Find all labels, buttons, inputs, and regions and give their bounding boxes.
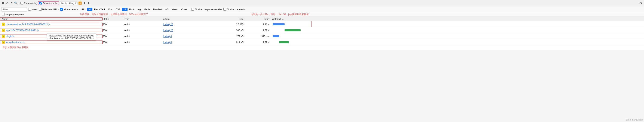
cell-status-1: 200 bbox=[103, 29, 124, 32]
settings-icon[interactable]: ⚙ bbox=[638, 1, 643, 5]
file-name-1[interactable]: app.2d5c730598e6095b8821.js bbox=[6, 29, 39, 32]
cell-time-0: 1.11 s bbox=[246, 23, 272, 26]
clear-log-icon[interactable]: ⊘ bbox=[6, 1, 9, 5]
third-party-checkbox[interactable] bbox=[2, 13, 4, 16]
header-status[interactable]: Status bbox=[103, 18, 124, 20]
cell-initiator-1[interactable]: (index):23 bbox=[162, 29, 212, 32]
file-name-3[interactable]: luckysheet.umd.js bbox=[6, 41, 24, 44]
cell-status-3: 200 bbox=[103, 41, 124, 44]
cell-initiator-3[interactable]: (index):6 bbox=[162, 41, 212, 44]
cell-size-3: 614 kB bbox=[212, 41, 246, 44]
table-header: Name Status Type Initiator Size Time Wat… bbox=[0, 17, 644, 21]
cell-waterfall-2 bbox=[272, 33, 644, 39]
cell-time-3: 1.22 s bbox=[246, 41, 272, 44]
type-btn-other[interactable]: Other bbox=[180, 8, 188, 11]
cell-waterfall-0 bbox=[272, 21, 644, 27]
header-type[interactable]: Type bbox=[124, 18, 162, 20]
type-buttons: All Fetch/XHR Doc CSS JS Font Img Media … bbox=[87, 8, 188, 11]
throttle-arrow-icon: ▾ bbox=[75, 2, 76, 4]
type-btn-fetch[interactable]: Fetch/XHR bbox=[93, 8, 106, 11]
hide-data-urls-checkbox[interactable] bbox=[39, 8, 42, 11]
upload-icon[interactable]: ⬆ bbox=[82, 1, 86, 5]
table-row[interactable]: JS plugin.js 200 script (index):6 177 kB… bbox=[0, 33, 644, 39]
filter-icon[interactable]: ⚑ bbox=[10, 1, 13, 5]
js-file-icon: JS bbox=[2, 23, 5, 26]
hide-data-urls-checkbox-label[interactable]: Hide data URLs bbox=[39, 8, 59, 11]
cell-name-0: JS chunk-vendors.2d5c730598e6095b8821.js bbox=[0, 23, 103, 26]
hide-extension-urls-checkbox[interactable] bbox=[60, 8, 63, 11]
annotation-left: 关闭缓存，否则从缓存读取，这里基本不耗时，500ms就加载完了 bbox=[80, 13, 148, 16]
type-btn-js[interactable]: JS bbox=[122, 8, 128, 11]
cell-waterfall-1 bbox=[272, 27, 644, 33]
disable-cache-checkbox-label[interactable]: Disable cache bbox=[38, 1, 59, 5]
type-btn-manifest[interactable]: Manifest bbox=[152, 8, 163, 11]
type-btn-all[interactable]: All bbox=[87, 8, 93, 11]
blocked-requests-checkbox-label[interactable]: Blocked requests bbox=[223, 8, 245, 11]
waterfall-bar-2 bbox=[273, 35, 279, 37]
blocked-requests-checkbox[interactable] bbox=[223, 8, 226, 11]
cell-status-2: 200 bbox=[103, 35, 124, 38]
blocked-cookies-checkbox[interactable] bbox=[191, 8, 194, 11]
cell-name-3: JS luckysheet.umd.js bbox=[0, 41, 103, 44]
type-btn-img[interactable]: Img bbox=[136, 8, 142, 11]
cell-name-2: JS plugin.js bbox=[0, 35, 103, 38]
table-body: JS chunk-vendors.2d5c730598e6095b8821.js… bbox=[0, 21, 644, 50]
header-time[interactable]: Time bbox=[246, 18, 272, 20]
third-party-label: 3rd-party requests bbox=[5, 13, 24, 16]
invert-label: Invert bbox=[32, 8, 38, 11]
header-waterfall[interactable]: Waterfall ▲ bbox=[272, 18, 644, 20]
invert-checkbox[interactable] bbox=[28, 8, 31, 11]
header-name[interactable]: Name bbox=[0, 17, 103, 20]
throttle-label: No throttling bbox=[62, 2, 74, 4]
preserve-log-label: Preserve log bbox=[24, 2, 37, 4]
cell-time-2: 915 ms bbox=[246, 35, 272, 38]
stop-recording-icon[interactable]: ⏹ bbox=[1, 1, 5, 5]
cell-size-1: 366 kB bbox=[212, 29, 246, 32]
blocked-cookies-checkbox-label[interactable]: Blocked response cookies bbox=[191, 8, 222, 11]
table-row[interactable]: JS app.2d5c730598e6095b8821.js 200 scrip… bbox=[0, 27, 644, 33]
async-annotation-text: 异步加载实际不占用时间 bbox=[2, 46, 28, 49]
type-btn-doc[interactable]: Doc bbox=[107, 8, 114, 11]
preserve-log-checkbox-label[interactable]: Preserve log bbox=[20, 2, 37, 4]
type-btn-css[interactable]: CSS bbox=[114, 8, 122, 11]
filter-input[interactable] bbox=[1, 7, 27, 11]
hide-extension-urls-checkbox-label[interactable]: Hide extension URLs bbox=[60, 8, 86, 11]
waterfall-bar-1 bbox=[284, 29, 300, 31]
cell-time-1: 1.59 s bbox=[246, 29, 272, 32]
blocked-requests-label: Blocked requests bbox=[227, 8, 245, 11]
file-name-2[interactable]: plugin.js bbox=[6, 35, 14, 38]
file-name-0[interactable]: chunk-vendors.2d5c730598e6095b8821.js bbox=[6, 23, 50, 26]
cell-type-1: script bbox=[124, 29, 162, 32]
disable-cache-checkbox[interactable] bbox=[39, 2, 42, 4]
throttle-select[interactable]: No throttling ▾ bbox=[60, 1, 78, 5]
header-initiator[interactable]: Initiator bbox=[162, 18, 212, 20]
waterfall-bar-3 bbox=[279, 41, 289, 43]
search-icon[interactable]: 🔍 bbox=[14, 1, 18, 5]
type-btn-ws[interactable]: WS bbox=[164, 8, 170, 11]
disable-cache-label: Disable cache bbox=[43, 2, 58, 4]
type-btn-wasm[interactable]: Wasm bbox=[170, 8, 180, 11]
invert-checkbox-label[interactable]: Invert bbox=[28, 8, 38, 11]
waterfall-redline bbox=[311, 21, 312, 27]
js-file-icon: JS bbox=[2, 41, 5, 44]
waterfall-bar-0 bbox=[273, 23, 284, 25]
download-icon[interactable]: ⬇ bbox=[87, 1, 90, 5]
cell-initiator-2[interactable]: (index):6 bbox=[162, 35, 212, 38]
table-row[interactable]: JS chunk-vendors.2d5c730598e6095b8821.js… bbox=[0, 21, 644, 27]
header-size[interactable]: Size bbox=[212, 18, 246, 20]
wifi-icon[interactable]: 📶 bbox=[78, 1, 82, 5]
js-file-icon: JS bbox=[2, 35, 5, 38]
cell-initiator-0[interactable]: (index):23 bbox=[162, 23, 212, 26]
hide-data-urls-label: Hide data URLs bbox=[42, 8, 59, 11]
divider-1 bbox=[19, 1, 19, 5]
type-btn-media[interactable]: Media bbox=[142, 8, 152, 11]
third-party-checkbox-label[interactable]: 3rd-party requests bbox=[2, 13, 24, 16]
preserve-log-checkbox[interactable] bbox=[20, 2, 23, 4]
cell-type-2: script bbox=[124, 35, 162, 38]
sort-arrow-icon: ▲ bbox=[282, 18, 284, 20]
hide-extension-urls-label: Hide extension URLs bbox=[64, 8, 86, 11]
js-file-icon: JS bbox=[2, 29, 5, 32]
third-party-row: 3rd-party requests 关闭缓存，否则从缓存读取，这里基本不耗时，… bbox=[0, 12, 644, 17]
type-btn-font[interactable]: Font bbox=[128, 8, 135, 11]
table-row[interactable]: JS luckysheet.umd.js 200 script (index):… bbox=[0, 39, 644, 45]
